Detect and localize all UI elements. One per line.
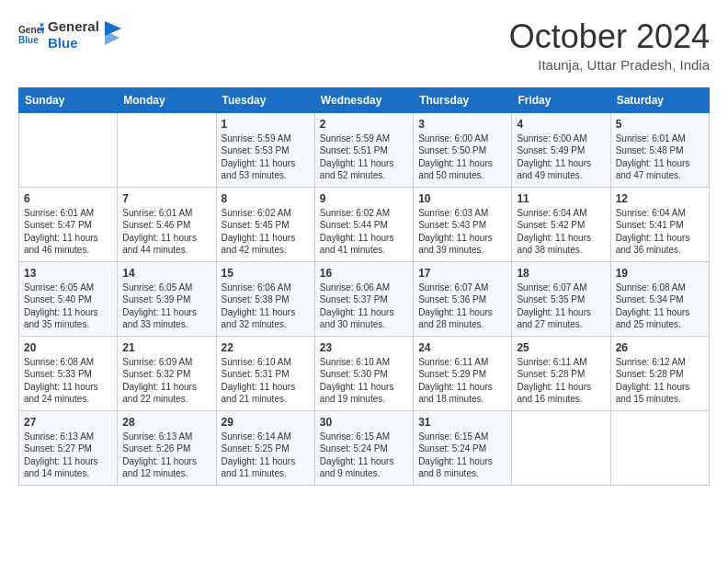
day-content: Sunrise: 6:13 AM Sunset: 5:26 PM Dayligh… <box>122 431 210 480</box>
calendar-cell: 10Sunrise: 6:03 AM Sunset: 5:43 PM Dayli… <box>414 187 512 261</box>
calendar-cell: 24Sunrise: 6:11 AM Sunset: 5:29 PM Dayli… <box>414 336 512 410</box>
calendar-week-3: 13Sunrise: 6:05 AM Sunset: 5:40 PM Dayli… <box>19 261 710 336</box>
day-content: Sunrise: 5:59 AM Sunset: 5:51 PM Dayligh… <box>320 132 408 182</box>
day-content: Sunrise: 6:11 AM Sunset: 5:29 PM Dayligh… <box>418 356 506 406</box>
day-content: Sunrise: 6:04 AM Sunset: 5:42 PM Dayligh… <box>517 207 605 257</box>
calendar-cell <box>610 410 709 485</box>
day-number: 14 <box>122 267 210 280</box>
calendar-cell: 25Sunrise: 6:11 AM Sunset: 5:28 PM Dayli… <box>512 336 610 410</box>
calendar-cell <box>512 410 610 485</box>
calendar-cell: 4Sunrise: 6:00 AM Sunset: 5:49 PM Daylig… <box>512 112 610 187</box>
calendar-cell: 7Sunrise: 6:01 AM Sunset: 5:46 PM Daylig… <box>118 187 216 261</box>
day-number: 25 <box>517 341 605 354</box>
day-content: Sunrise: 6:12 AM Sunset: 5:28 PM Dayligh… <box>616 356 704 406</box>
day-number: 30 <box>320 416 408 429</box>
day-number: 11 <box>517 192 605 205</box>
day-content: Sunrise: 6:05 AM Sunset: 5:39 PM Dayligh… <box>122 282 210 331</box>
day-number: 13 <box>24 267 112 280</box>
calendar-cell: 21Sunrise: 6:09 AM Sunset: 5:32 PM Dayli… <box>118 336 216 410</box>
day-number: 10 <box>418 192 506 205</box>
day-content: Sunrise: 6:15 AM Sunset: 5:24 PM Dayligh… <box>320 431 408 480</box>
calendar-cell: 22Sunrise: 6:10 AM Sunset: 5:31 PM Dayli… <box>216 336 314 410</box>
header-thursday: Thursday <box>414 87 512 112</box>
day-number: 17 <box>418 267 506 280</box>
calendar-cell: 16Sunrise: 6:06 AM Sunset: 5:37 PM Dayli… <box>314 261 413 336</box>
day-content: Sunrise: 6:10 AM Sunset: 5:30 PM Dayligh… <box>320 356 408 406</box>
day-content: Sunrise: 6:03 AM Sunset: 5:43 PM Dayligh… <box>418 207 506 257</box>
day-content: Sunrise: 6:06 AM Sunset: 5:38 PM Dayligh… <box>222 282 310 331</box>
calendar-cell: 19Sunrise: 6:08 AM Sunset: 5:34 PM Dayli… <box>610 261 709 336</box>
day-number: 20 <box>24 341 112 354</box>
title-block: October 2024 Itaunja, Uttar Pradesh, Ind… <box>509 18 710 73</box>
page-header: General Blue General Blue October 2024 I… <box>18 18 710 73</box>
day-number: 23 <box>320 341 408 354</box>
day-number: 4 <box>517 118 605 131</box>
day-content: Sunrise: 6:05 AM Sunset: 5:40 PM Dayligh… <box>24 282 112 331</box>
day-number: 21 <box>122 341 210 354</box>
location-subtitle: Itaunja, Uttar Pradesh, India <box>509 57 710 73</box>
logo-general-text: General <box>48 18 99 35</box>
calendar-week-2: 6Sunrise: 6:01 AM Sunset: 5:47 PM Daylig… <box>19 187 710 261</box>
logo-blue-text: Blue <box>48 35 99 52</box>
day-number: 29 <box>222 416 310 429</box>
day-number: 16 <box>320 267 408 280</box>
day-number: 22 <box>222 341 310 354</box>
day-number: 26 <box>616 341 704 354</box>
day-content: Sunrise: 6:08 AM Sunset: 5:33 PM Dayligh… <box>24 356 112 406</box>
logo-icon: General Blue <box>18 22 44 48</box>
calendar-cell: 6Sunrise: 6:01 AM Sunset: 5:47 PM Daylig… <box>19 187 118 261</box>
calendar-cell <box>118 112 216 187</box>
day-number: 31 <box>418 416 506 429</box>
calendar-cell: 3Sunrise: 6:00 AM Sunset: 5:50 PM Daylig… <box>414 112 512 187</box>
calendar-cell: 11Sunrise: 6:04 AM Sunset: 5:42 PM Dayli… <box>512 187 610 261</box>
day-number: 12 <box>616 192 704 205</box>
day-number: 28 <box>122 416 210 429</box>
svg-text:Blue: Blue <box>18 35 39 45</box>
day-content: Sunrise: 6:00 AM Sunset: 5:49 PM Dayligh… <box>517 132 605 182</box>
logo: General Blue General Blue <box>18 18 121 52</box>
day-number: 1 <box>222 118 310 131</box>
calendar-cell: 29Sunrise: 6:14 AM Sunset: 5:25 PM Dayli… <box>216 410 314 485</box>
calendar-cell: 1Sunrise: 5:59 AM Sunset: 5:53 PM Daylig… <box>216 112 314 187</box>
day-number: 8 <box>222 192 310 205</box>
calendar-cell: 9Sunrise: 6:02 AM Sunset: 5:44 PM Daylig… <box>314 187 413 261</box>
header-friday: Friday <box>512 87 610 112</box>
calendar-cell <box>19 112 118 187</box>
header-monday: Monday <box>118 87 216 112</box>
calendar-cell: 18Sunrise: 6:07 AM Sunset: 5:35 PM Dayli… <box>512 261 610 336</box>
calendar-cell: 2Sunrise: 5:59 AM Sunset: 5:51 PM Daylig… <box>314 112 413 187</box>
day-number: 6 <box>24 192 112 205</box>
calendar-table: SundayMondayTuesdayWednesdayThursdayFrid… <box>18 87 710 486</box>
day-content: Sunrise: 6:11 AM Sunset: 5:28 PM Dayligh… <box>517 356 605 406</box>
calendar-week-1: 1Sunrise: 5:59 AM Sunset: 5:53 PM Daylig… <box>19 112 710 187</box>
header-tuesday: Tuesday <box>216 87 314 112</box>
day-content: Sunrise: 6:13 AM Sunset: 5:27 PM Dayligh… <box>24 431 112 480</box>
day-content: Sunrise: 5:59 AM Sunset: 5:53 PM Dayligh… <box>222 132 310 182</box>
day-number: 7 <box>122 192 210 205</box>
calendar-cell: 12Sunrise: 6:04 AM Sunset: 5:41 PM Dayli… <box>610 187 709 261</box>
day-content: Sunrise: 6:01 AM Sunset: 5:46 PM Dayligh… <box>122 207 210 257</box>
day-content: Sunrise: 6:10 AM Sunset: 5:31 PM Dayligh… <box>222 356 310 406</box>
calendar-week-5: 27Sunrise: 6:13 AM Sunset: 5:27 PM Dayli… <box>19 410 710 485</box>
calendar-cell: 13Sunrise: 6:05 AM Sunset: 5:40 PM Dayli… <box>19 261 118 336</box>
day-number: 18 <box>517 267 605 280</box>
calendar-cell: 30Sunrise: 6:15 AM Sunset: 5:24 PM Dayli… <box>314 410 413 485</box>
calendar-cell: 8Sunrise: 6:02 AM Sunset: 5:45 PM Daylig… <box>216 187 314 261</box>
day-content: Sunrise: 6:01 AM Sunset: 5:47 PM Dayligh… <box>24 207 112 257</box>
day-number: 27 <box>24 416 112 429</box>
header-saturday: Saturday <box>610 87 709 112</box>
header-sunday: Sunday <box>19 87 118 112</box>
calendar-cell: 5Sunrise: 6:01 AM Sunset: 5:48 PM Daylig… <box>610 112 709 187</box>
day-content: Sunrise: 6:02 AM Sunset: 5:44 PM Dayligh… <box>320 207 408 257</box>
day-number: 5 <box>616 118 704 131</box>
day-number: 15 <box>222 267 310 280</box>
calendar-cell: 15Sunrise: 6:06 AM Sunset: 5:38 PM Dayli… <box>216 261 314 336</box>
calendar-cell: 20Sunrise: 6:08 AM Sunset: 5:33 PM Dayli… <box>19 336 118 410</box>
day-content: Sunrise: 6:01 AM Sunset: 5:48 PM Dayligh… <box>616 132 704 182</box>
day-content: Sunrise: 6:04 AM Sunset: 5:41 PM Dayligh… <box>616 207 704 257</box>
day-content: Sunrise: 6:14 AM Sunset: 5:25 PM Dayligh… <box>222 431 310 480</box>
logo-flag-icon <box>103 21 121 49</box>
day-content: Sunrise: 6:07 AM Sunset: 5:35 PM Dayligh… <box>517 282 605 331</box>
header-wednesday: Wednesday <box>314 87 413 112</box>
day-number: 19 <box>616 267 704 280</box>
